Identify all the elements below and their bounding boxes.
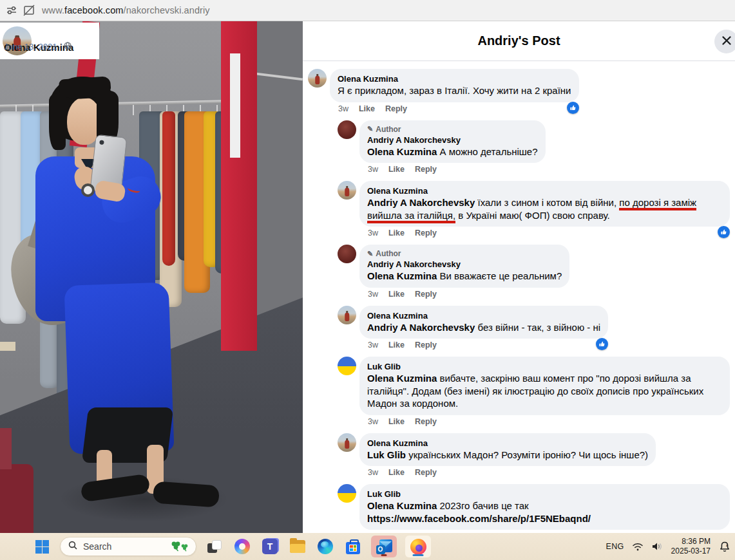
like-reaction-badge[interactable] — [596, 338, 608, 350]
comment-bubble: ✎Author Andriy A Nakorchevsky Olena Kuzm… — [359, 245, 569, 288]
microsoft-store-button[interactable] — [343, 537, 363, 556]
copilot-button[interactable] — [233, 537, 252, 556]
edge-icon — [318, 539, 333, 554]
commenter-avatar[interactable] — [338, 306, 356, 324]
close-button[interactable] — [714, 30, 735, 53]
clock[interactable]: 8:36 PM 2025-03-17 — [671, 537, 711, 556]
comment-time[interactable]: 3w — [368, 341, 378, 350]
notification-bell-icon[interactable]: z — [718, 541, 731, 553]
task-view-icon — [207, 540, 222, 553]
reply-button[interactable]: Reply — [415, 290, 437, 299]
pillar-stripe — [230, 53, 240, 158]
reply-button[interactable]: Reply — [385, 104, 407, 113]
like-button[interactable]: Like — [388, 468, 405, 477]
commenter-name[interactable]: Olena Kuzmina — [367, 185, 722, 196]
outlook-button[interactable]: O — [371, 536, 397, 557]
teams-button[interactable]: T — [260, 537, 280, 556]
comment-actions: 3wLikeReply — [368, 468, 656, 477]
commenter-name[interactable]: Andriy A Nakorchevsky — [367, 135, 538, 145]
commenter-avatar[interactable] — [338, 120, 356, 139]
url-text[interactable]: www.facebook.com/nakorchevski.andriy — [42, 5, 210, 15]
commenter-name[interactable]: Olena Kuzmina — [338, 73, 571, 84]
reply-button[interactable]: Reply — [415, 417, 437, 426]
commenter-avatar[interactable] — [338, 245, 356, 263]
author-badge-label: Author — [376, 125, 401, 134]
commenter-avatar[interactable] — [338, 181, 356, 200]
shelf — [0, 342, 15, 351]
shamrock-icon — [169, 541, 189, 552]
reply-button[interactable]: Reply — [415, 165, 437, 174]
browser-address-bar[interactable]: www.facebook.com/nakorchevski.andriy — [0, 0, 735, 21]
volume-icon[interactable] — [651, 541, 663, 552]
clock-date: 2025-03-17 — [671, 546, 711, 556]
reply-button[interactable]: Reply — [415, 341, 437, 350]
commenter-avatar[interactable] — [338, 433, 356, 452]
task-view-button[interactable] — [205, 537, 224, 556]
comment-time[interactable]: 3w — [368, 417, 378, 426]
commenter-name[interactable]: Olena Kuzmina — [367, 438, 648, 449]
comment: ✎Author Andriy A Nakorchevsky Olena Kuzm… — [338, 245, 731, 299]
pen-icon: ✎ — [367, 125, 373, 133]
file-explorer-button[interactable] — [288, 537, 307, 556]
commenter-name[interactable]: Luk Glib — [367, 489, 722, 499]
post-photo: Olena Kuzmina June 13, 2021 · — [0, 21, 303, 533]
comment: Olena Kuzmina Я є прикладом, зараз в Іта… — [308, 69, 731, 113]
like-reaction-badge[interactable] — [718, 226, 730, 238]
comment-actions: 3wLikeReply — [368, 417, 730, 426]
commenter-name[interactable]: Luk Glib — [367, 361, 722, 372]
comment-time[interactable]: 3w — [368, 229, 378, 238]
firefox-button[interactable] — [405, 536, 431, 557]
commenter-name[interactable]: Andriy A Nakorchevsky — [367, 259, 562, 270]
like-button[interactable]: Like — [388, 229, 405, 238]
hanging-garment — [162, 111, 175, 266]
comment-time[interactable]: 3w — [338, 104, 348, 113]
commenter-name[interactable]: Olena Kuzmina — [367, 310, 600, 321]
author-badge-label: Author — [376, 249, 401, 258]
wifi-icon[interactable] — [632, 542, 644, 552]
like-reaction-badge[interactable] — [567, 102, 579, 114]
globe-icon — [64, 41, 72, 52]
search-placeholder: Search — [83, 541, 169, 552]
folder-icon — [290, 540, 305, 553]
comment: Olena Kuzmina Andriy A Nakorchevsky без … — [338, 306, 731, 350]
like-button[interactable]: Like — [359, 104, 375, 113]
copilot-icon — [234, 539, 250, 554]
reply-button[interactable]: Reply — [415, 468, 437, 477]
like-button[interactable]: Like — [388, 341, 405, 350]
wristwatch — [81, 183, 95, 197]
commenter-avatar[interactable] — [308, 69, 327, 88]
dialog-header: Andriy's Post — [303, 21, 735, 61]
comment: Olena Kuzmina Luk Glib українських Мадон… — [338, 433, 731, 478]
url-domain: facebook.com — [64, 5, 123, 15]
phone-camera — [99, 140, 104, 145]
edge-button[interactable] — [316, 537, 335, 556]
commenter-avatar[interactable] — [338, 484, 356, 503]
comment-text: Olena Kuzmina вибачте, заскріню ваш коме… — [367, 372, 722, 410]
svg-text:z: z — [726, 543, 728, 546]
language-indicator[interactable]: ENG — [606, 542, 624, 551]
like-button[interactable]: Like — [388, 417, 405, 426]
like-button[interactable]: Like — [388, 290, 405, 299]
comment-time[interactable]: 3w — [368, 468, 378, 477]
comment-text: Luk Glib українських Мадон? Розуміти іро… — [367, 449, 648, 462]
like-button[interactable]: Like — [388, 165, 405, 174]
url-path: /nakorchevski.andriy — [124, 5, 210, 15]
comment-actions: 3wLikeReply — [338, 104, 579, 113]
start-button[interactable] — [32, 537, 52, 556]
images-blocked-icon[interactable] — [23, 5, 35, 16]
comment-text: Olena Kuzmina 2023го бачив це так https:… — [367, 499, 722, 525]
comment-text: Olena Kuzmina А можно детальніше? — [367, 145, 538, 158]
comment-time[interactable]: 3w — [368, 290, 378, 299]
url-www: www. — [42, 5, 64, 15]
commenter-avatar[interactable] — [338, 357, 356, 375]
search-input[interactable]: Search — [60, 537, 196, 556]
comment-bubble: Olena Kuzmina Andriy A Nakorchevsky їхал… — [359, 181, 730, 227]
pen-icon: ✎ — [367, 250, 373, 258]
comment-text: Я є прикладом, зараз в Італії. Хочу жити… — [338, 84, 571, 97]
tune-icon[interactable] — [6, 5, 17, 16]
post-date[interactable]: June 13, 2021 · — [4, 41, 72, 52]
comment: Olena Kuzmina Andriy A Nakorchevsky їхал… — [338, 181, 731, 238]
post-author-card[interactable]: Olena Kuzmina June 13, 2021 · — [0, 23, 99, 59]
comment-time[interactable]: 3w — [368, 165, 378, 174]
reply-button[interactable]: Reply — [415, 229, 437, 238]
